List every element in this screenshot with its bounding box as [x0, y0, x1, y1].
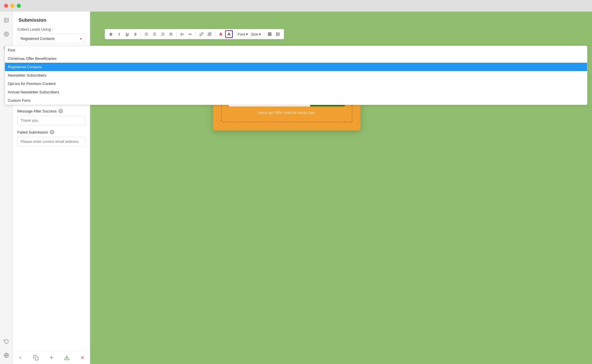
justify-button[interactable] [167, 30, 175, 38]
popup-footer-text: Hurry up! Offer valid till stocks last. [229, 110, 345, 115]
message-after-success-section: Message After Success ? [13, 109, 90, 130]
svg-rect-8 [35, 357, 38, 360]
svg-point-2 [5, 34, 7, 35]
unordered-list-button[interactable]: •≡ [186, 30, 194, 38]
failed-message-input[interactable] [17, 137, 85, 146]
toolbar-sep-3 [196, 31, 196, 37]
dropdown-item-optins[interactable]: Opt-ins for Premium Content [13, 80, 90, 88]
failed-section-header: Failed Submission ? [17, 130, 85, 134]
bold-button[interactable]: B [107, 30, 115, 38]
maximize-button[interactable] [17, 4, 21, 8]
svg-point-1 [5, 19, 6, 20]
app-container: Submission Collect Leads Using - First C… [0, 12, 592, 364]
globe-icon[interactable] [2, 351, 10, 359]
font-label: Font [238, 32, 245, 36]
toolbar-sep-5 [234, 31, 235, 37]
bottom-toolbar [13, 351, 90, 364]
font-color-button[interactable]: A [217, 30, 225, 38]
dropdown-item-christmas[interactable]: Christmas Offer Beneficiaries [13, 54, 90, 63]
minimize-button[interactable] [10, 4, 14, 8]
dropdown-item-registered[interactable]: Registered Contacts [13, 63, 90, 71]
underline-button[interactable]: U [123, 30, 131, 38]
strikethrough-button[interactable]: S [132, 30, 139, 38]
dropdown-item-newsletter[interactable]: Newsletter Subscribers [13, 71, 90, 80]
svg-point-33 [277, 33, 278, 34]
failed-submission-section: Failed Submission ? [13, 130, 90, 151]
close-button[interactable] [4, 4, 8, 8]
success-label: Message After Success [17, 109, 57, 113]
toolbar-sep-6 [264, 31, 264, 37]
font-dropdown[interactable]: Font ▾ [236, 32, 249, 37]
collect-leads-section: Collect Leads Using - First Christmas Of… [13, 27, 90, 104]
toolbar-sep-1 [141, 31, 141, 37]
svg-rect-27 [268, 33, 271, 36]
unlink-button[interactable] [206, 30, 213, 38]
toolbar-sep-2 [176, 31, 177, 37]
italic-button[interactable]: I [115, 30, 123, 38]
size-label: Size [251, 32, 258, 36]
bg-color-button[interactable]: A [225, 30, 233, 38]
failed-label: Failed Submission [17, 130, 48, 134]
download-icon[interactable] [64, 355, 70, 361]
add-icon[interactable] [49, 355, 54, 361]
size-dropdown[interactable]: Size ▾ [250, 32, 262, 37]
toolbar-sep-4 [215, 31, 215, 37]
close-icon[interactable] [79, 355, 85, 361]
link-button[interactable] [198, 30, 205, 38]
leads-dropdown-menu: First Christmas Offer Beneficiaries Regi… [13, 46, 90, 105]
font-dropdown-arrow: ▾ [246, 32, 248, 36]
table-button[interactable] [266, 30, 273, 38]
image-icon[interactable] [2, 16, 10, 24]
size-dropdown-arrow: ▾ [259, 32, 261, 36]
dropdown-item-annual[interactable]: Annual Newsletter Subscribers [13, 88, 90, 96]
ordered-list-button[interactable]: 1≡ [178, 30, 186, 38]
collect-leads-label: Collect Leads Using - [17, 27, 85, 32]
align-right-button[interactable] [159, 30, 166, 38]
failed-help-icon[interactable]: ? [50, 130, 54, 134]
dropdown-item-first[interactable]: First [13, 46, 90, 54]
align-left-button[interactable] [143, 30, 150, 38]
success-help-icon[interactable]: ? [58, 109, 63, 113]
success-message-input[interactable] [17, 116, 85, 125]
align-center-button[interactable] [151, 30, 158, 38]
leads-select-wrapper[interactable]: First Christmas Offer Beneficiaries Regi… [17, 34, 85, 43]
settings-icon[interactable] [2, 30, 10, 38]
dropdown-item-custom[interactable]: Custom Form [13, 96, 90, 105]
leads-select[interactable]: First Christmas Offer Beneficiaries Regi… [17, 34, 85, 43]
history-icon[interactable] [2, 337, 10, 345]
panel-title: Submission [13, 12, 90, 27]
insert-image-button[interactable] [274, 30, 282, 38]
editor-toolbar: B I U S [105, 29, 284, 39]
left-panel: Submission Collect Leads Using - First C… [13, 12, 90, 364]
titlebar [0, 0, 592, 12]
back-icon[interactable] [17, 355, 23, 361]
copy-icon[interactable] [33, 355, 39, 361]
success-section-header: Message After Success ? [17, 109, 85, 113]
